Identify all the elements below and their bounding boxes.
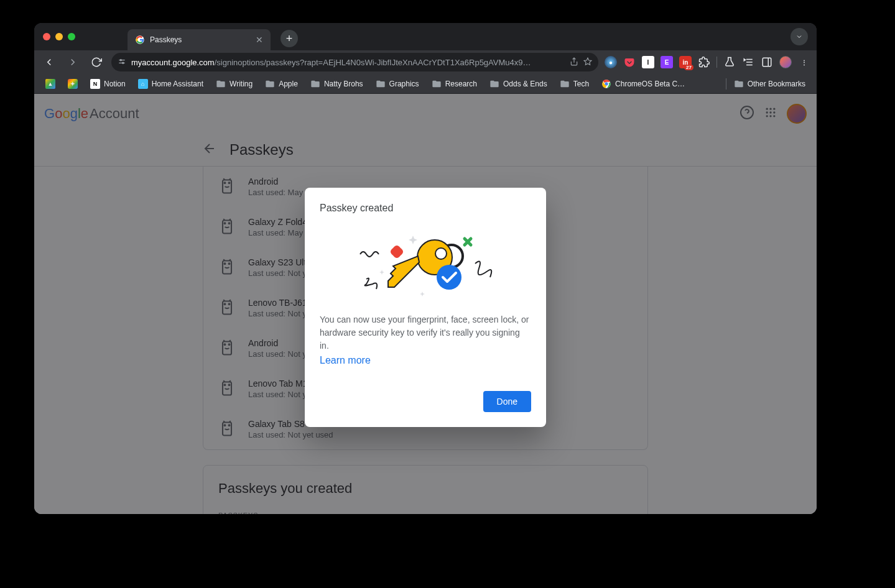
bookmark-label: Other Bookmarks [748,80,805,88]
extension-icon[interactable]: I [642,56,654,68]
nav-back-button[interactable] [40,53,58,71]
folder-icon [216,79,226,89]
bookmark-label: Home Assistant [152,80,203,88]
browser-tab[interactable]: Passkeys ✕ [128,29,271,50]
share-icon[interactable] [570,57,578,68]
minimize-window-button[interactable] [55,33,63,40]
media-control-icon[interactable] [742,56,754,68]
bookmark-item[interactable]: ▲ [40,76,60,91]
close-tab-icon[interactable]: ✕ [256,35,263,45]
bookmarks-bar: ▲ ✦ N Notion ⌂ Home Assistant Writing Ap… [34,74,817,94]
bookmark-folder[interactable]: Apple [260,76,303,91]
bookmark-folder[interactable]: Graphics [371,76,424,91]
new-tab-button[interactable]: + [281,30,298,47]
bookmark-label: Natty Brohs [324,80,363,88]
svg-point-3 [120,59,121,60]
extension-icon[interactable]: in [679,56,692,68]
traffic-lights [43,33,75,40]
svg-point-70 [435,248,447,259]
passkey-created-dialog: Passkey created [305,188,546,427]
browser-toolbar: myaccount.google.com/signinoptions/passk… [34,50,817,74]
tab-dropdown-icon[interactable] [791,28,808,45]
svg-marker-66 [379,270,384,275]
chrome-menu-icon[interactable]: ⋮ [798,56,810,68]
bookmark-label: Research [445,80,477,88]
learn-more-link[interactable]: Learn more [320,355,371,366]
folder-icon [376,79,386,89]
bookmark-item[interactable]: ⌂ Home Assistant [133,76,208,91]
folder-icon [432,79,442,89]
folder-icon [560,79,570,89]
extensions-menu-icon[interactable] [698,56,710,68]
sidepanel-icon[interactable] [761,56,773,68]
bookmark-label: Tech [573,80,589,88]
notion-icon: N [90,79,100,89]
pocket-icon[interactable] [623,56,636,68]
profile-avatar[interactable] [779,56,792,68]
window-titlebar: Passkeys ✕ + [34,23,817,50]
bookmark-item[interactable]: N Notion [85,76,131,91]
bookmark-label: Odds & Ends [503,80,547,88]
folder-icon [265,79,275,89]
photos-icon: ✦ [68,79,78,89]
toolbar-divider [716,57,717,68]
svg-point-4 [123,62,124,63]
svg-marker-67 [420,292,425,296]
bookmark-label: Writing [230,80,253,88]
url-text: myaccount.google.com/signinoptions/passk… [131,58,565,67]
bookmark-folder[interactable]: Research [427,76,482,91]
labs-icon[interactable] [723,56,736,68]
page-viewport: Google Account Passkeys [34,94,817,514]
google-favicon-icon [135,35,145,45]
tab-title: Passkeys [150,35,182,44]
address-bar[interactable]: myaccount.google.com/signinoptions/passk… [111,53,598,71]
extension-icon[interactable]: E [661,56,673,68]
bookmark-folder[interactable]: Odds & Ends [485,76,552,91]
bookmark-folder[interactable]: Tech [555,76,594,91]
extension-icons: ● I E in ⋮ [605,56,810,68]
reload-button[interactable] [88,53,105,71]
other-bookmarks-folder[interactable]: Other Bookmarks [729,76,810,91]
folder-icon [310,79,320,89]
bookmark-star-icon[interactable] [583,57,592,68]
svg-point-15 [605,82,608,85]
bookmark-label: ChromeOS Beta C… [615,80,685,88]
svg-marker-11 [744,59,745,61]
close-window-button[interactable] [43,33,50,40]
svg-marker-65 [409,236,417,244]
svg-marker-6 [584,58,591,65]
extension-icon[interactable]: ● [605,56,617,68]
bookmark-label: Graphics [389,80,419,88]
browser-window: Passkeys ✕ + myaccount.google.com/signin… [34,23,817,514]
home-assistant-icon: ⌂ [138,79,148,89]
bookmark-folder[interactable]: Writing [211,76,257,91]
bookmark-label: Notion [104,80,126,88]
bookmark-item[interactable]: ✦ [63,76,83,91]
folder-icon [734,79,744,89]
svg-rect-12 [763,58,771,67]
dialog-body-text: You can now use your fingerprint, face, … [320,313,531,352]
bookmark-item[interactable]: ChromeOS Beta C… [596,76,690,91]
folder-icon [489,79,499,89]
bookmark-folder[interactable]: Natty Brohs [305,76,368,91]
done-button[interactable]: Done [483,391,531,412]
drive-icon: ▲ [45,79,55,89]
svg-point-72 [437,265,461,290]
chrome-icon [601,79,611,89]
nav-forward-button[interactable] [64,53,81,71]
key-illustration [320,220,531,307]
maximize-window-button[interactable] [68,33,75,40]
bookmark-label: Apple [279,80,298,88]
bookmarks-divider [726,78,726,90]
dialog-title: Passkey created [320,203,531,214]
svg-marker-71 [388,256,419,287]
site-settings-icon[interactable] [118,57,126,68]
